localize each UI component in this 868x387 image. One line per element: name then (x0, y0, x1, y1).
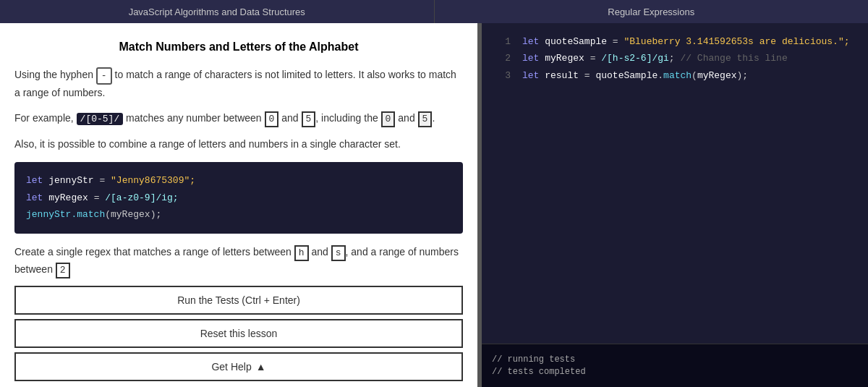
code-token-op: = (584, 53, 601, 64)
code-line-3: jennyStr.match(myRegex); (26, 206, 451, 223)
help-arrow-icon: ▲ (256, 361, 266, 373)
code-token-let: let (522, 53, 545, 64)
nav-right-label: Regular Expressions (608, 7, 694, 17)
code-token-var: result (545, 70, 579, 81)
code-token-let: let (522, 36, 545, 47)
code-let-2: let (26, 192, 43, 203)
code-token-op: = (579, 70, 595, 81)
hyphen-box: - (96, 67, 112, 85)
task-box-s: s (331, 245, 346, 261)
nav-left-label: JavaScript Algorithms and Data Structure… (129, 7, 305, 17)
code-line-2: let myRegex = /[a-z0-9]/ig; (26, 190, 451, 206)
para2-mid2: and (278, 112, 301, 124)
code-token-str: "Blueberry 3.141592653s are delicious."; (624, 36, 849, 47)
get-help-label: Get Help (211, 361, 251, 373)
left-panel: Match Numbers and Letters of the Alphabe… (0, 23, 477, 387)
code-token-op: = (607, 36, 624, 47)
lesson-paragraph-3: Also, it is possible to combine a range … (14, 136, 463, 152)
para2-and: and (395, 112, 417, 124)
main-content: Match Numbers and Letters of the Alphabe… (0, 23, 868, 387)
box-5: 5 (302, 111, 316, 127)
code-let-1: let (26, 175, 43, 186)
code-token-var: quoteSample (545, 36, 607, 47)
output-area: // running tests // tests completed (482, 344, 868, 387)
lesson-title: Match Numbers and Letters of the Alphabe… (14, 38, 463, 56)
lesson-paragraph-1: Using the hyphen - to match a range of c… (14, 67, 463, 101)
get-help-button[interactable]: Get Help ▲ (14, 352, 463, 381)
editor-line-3: 3let result = quoteSample.match(myRegex)… (482, 67, 868, 84)
para2-pre: For example, (14, 112, 77, 124)
code-token-let: let (522, 70, 545, 81)
code-line-1: let jennyStr = "Jenny8675309"; (26, 172, 451, 189)
output-line-1: // running tests (492, 354, 858, 365)
task-pre: Create a single regex that matches a ran… (14, 246, 294, 258)
line-number-3: 3 (489, 67, 511, 84)
line-content-2: let myRegex = /[h-s2-6]/gi; // Change th… (522, 50, 788, 67)
right-panel: 1let quoteSample = "Blueberry 3.14159265… (482, 23, 868, 387)
line-number-2: 2 (489, 50, 511, 67)
nav-right: Regular Expressions (435, 0, 869, 23)
code-token-op: ; (669, 53, 681, 64)
line-content-3: let result = quoteSample.match(myRegex); (522, 67, 748, 84)
task-box-h: h (294, 245, 309, 261)
editor-line-2: 2let myRegex = /[h-s2-6]/gi; // Change t… (482, 50, 868, 67)
lesson-paragraph-2: For example, /[0-5]/ matches any number … (14, 110, 463, 127)
code-token-fn: match (663, 70, 692, 81)
nav-left: JavaScript Algorithms and Data Structure… (0, 0, 435, 23)
para2-end: . (432, 112, 435, 124)
run-tests-button[interactable]: Run the Tests (Ctrl + Enter) (14, 286, 463, 315)
top-nav: JavaScript Algorithms and Data Structure… (0, 0, 868, 23)
editor-line-1: 1let quoteSample = "Blueberry 3.14159265… (482, 33, 868, 50)
code-token-var: myRegex (545, 53, 584, 64)
para1-pre: Using the hyphen (14, 69, 96, 80)
para2-mid1: matches any number between (123, 112, 264, 124)
editor-area: 1let quoteSample = "Blueberry 3.14159265… (482, 23, 868, 344)
code-token-op: ); (737, 70, 749, 81)
reset-lesson-button[interactable]: Reset this lesson (14, 319, 463, 348)
box-0b: 0 (381, 111, 396, 127)
code-token-var: quoteSample (595, 70, 658, 81)
button-area: Run the Tests (Ctrl + Enter) Reset this … (0, 280, 477, 387)
lesson-area: Match Numbers and Letters of the Alphabe… (0, 23, 477, 280)
task-box-2: 2 (56, 263, 70, 278)
box-5b: 5 (418, 111, 433, 127)
code-block: let jennyStr = "Jenny8675309"; let myReg… (14, 162, 463, 233)
code-fn: jennyStr.match (26, 209, 105, 220)
line-content-1: let quoteSample = "Blueberry 3.141592653… (522, 33, 850, 50)
code-token-comment: // Change this line (680, 53, 787, 64)
box-0: 0 (265, 111, 279, 127)
code-token-var: myRegex (697, 70, 737, 81)
task-text: Create a single regex that matches a ran… (14, 244, 463, 278)
code-token-op: ( (692, 70, 697, 81)
code-token-regex: /[h-s2-6]/gi (601, 53, 669, 64)
code-token-op: . (658, 70, 663, 81)
line-number-1: 1 (489, 33, 511, 50)
para2-mid3: , including the (315, 112, 380, 124)
task-mid1: and (309, 246, 331, 258)
output-line-2: // tests completed (492, 367, 858, 377)
example-regex: /[0-5]/ (77, 113, 124, 125)
